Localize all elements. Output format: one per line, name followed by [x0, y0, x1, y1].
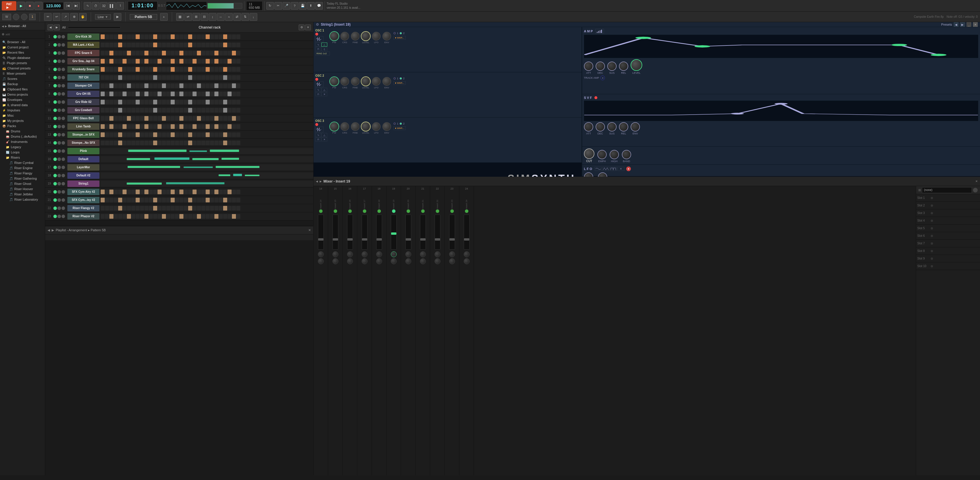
ch-solo-5[interactable] — [62, 76, 65, 79]
cell-10-0[interactable] — [100, 116, 105, 121]
osc3-lfo-knob[interactable] — [372, 122, 381, 131]
cell-8-4[interactable] — [118, 100, 122, 104]
cell-4-29[interactable] — [228, 67, 232, 72]
cell-0-28[interactable] — [223, 34, 227, 39]
cell-6-18[interactable] — [180, 83, 183, 88]
cell-19-18[interactable] — [180, 189, 183, 194]
cell-1-26[interactable] — [215, 43, 218, 47]
ch-solo-19[interactable] — [62, 190, 65, 194]
ch-green-3[interactable] — [53, 59, 57, 63]
cell-0-3[interactable] — [114, 34, 118, 39]
cell-10-8[interactable] — [135, 116, 140, 121]
osc2-wave-sq[interactable]: ⊓ — [315, 92, 321, 96]
cell-19-6[interactable] — [127, 189, 131, 194]
cell-2-10[interactable] — [145, 51, 148, 56]
play-button[interactable]: ▶ — [17, 2, 25, 10]
cell-6-29[interactable] — [228, 83, 232, 88]
cell-2-5[interactable] — [123, 51, 127, 56]
cell-13-2[interactable] — [110, 141, 113, 145]
cell-22-26[interactable] — [215, 214, 218, 219]
counter-icon[interactable]: 32 — [100, 2, 108, 10]
cell-10-31[interactable] — [236, 116, 240, 121]
cell-22-18[interactable] — [180, 214, 183, 219]
cell-21-21[interactable] — [192, 206, 197, 211]
cell-8-3[interactable] — [114, 100, 118, 104]
pattern-display[interactable]: Pattern 5B — [130, 14, 157, 20]
cell-2-1[interactable] — [105, 51, 109, 56]
ch-green-12[interactable] — [53, 133, 57, 137]
cell-9-16[interactable] — [171, 108, 175, 113]
mixer-pan-knob-19[interactable] — [391, 258, 397, 264]
cell-1-14[interactable] — [162, 43, 166, 47]
cell-9-1[interactable] — [105, 108, 109, 113]
cell-4-12[interactable] — [153, 67, 157, 72]
sidebar-item-11[interactable]: 📈Envelopes — [0, 97, 45, 102]
view10[interactable]: ↓ — [250, 13, 257, 21]
rack-filter-input[interactable] — [68, 27, 121, 28]
view8[interactable]: ⇄ — [233, 13, 241, 21]
cell-3-14[interactable] — [162, 59, 166, 64]
ch-mute-12[interactable] — [57, 133, 61, 137]
cell-22-16[interactable] — [171, 214, 175, 219]
cell-8-19[interactable] — [184, 100, 188, 104]
cell-3-8[interactable] — [135, 59, 140, 64]
cell-19-5[interactable] — [123, 189, 127, 194]
cell-21-18[interactable] — [180, 206, 183, 211]
cell-7-14[interactable] — [162, 92, 166, 96]
cell-7-26[interactable] — [215, 92, 218, 96]
sidebar-item-26[interactable]: 🎵Riser Gathering — [0, 176, 45, 181]
browser-nav-prev[interactable]: ◀ — [2, 25, 4, 28]
osc3-pw-knob[interactable] — [330, 122, 339, 131]
cell-13-18[interactable] — [180, 141, 183, 145]
ch-green-18[interactable] — [53, 182, 57, 186]
envelope-icon[interactable]: ⌇ — [116, 2, 124, 10]
ch-name-11[interactable]: Linn Tamb — [67, 123, 99, 130]
cell-0-17[interactable] — [175, 34, 179, 39]
mixer-fader-20[interactable] — [406, 238, 411, 241]
cell-21-11[interactable] — [149, 206, 153, 211]
osc3-wave-sin[interactable]: ∿ — [315, 133, 321, 137]
cell-5-11[interactable] — [149, 75, 153, 80]
cell-12-31[interactable] — [236, 132, 240, 137]
osc3-level-knob[interactable] — [361, 122, 370, 131]
cell-19-7[interactable] — [131, 189, 135, 194]
ch-green-2[interactable] — [53, 51, 57, 55]
osc2-wave-x[interactable]: ✕ — [321, 92, 327, 96]
cell-11-13[interactable] — [158, 124, 162, 129]
cell-8-28[interactable] — [223, 100, 227, 104]
cell-5-17[interactable] — [175, 75, 179, 80]
slot-led-1[interactable] — [931, 204, 933, 207]
cell-3-19[interactable] — [184, 59, 188, 64]
emph-knob[interactable] — [597, 150, 607, 159]
ch-mute-17[interactable] — [57, 174, 61, 177]
cell-1-27[interactable] — [219, 43, 223, 47]
cell-1-21[interactable] — [192, 43, 197, 47]
cell-3-3[interactable] — [114, 59, 118, 64]
cell-10-1[interactable] — [105, 116, 109, 121]
sidebar-item-25[interactable]: 🎵Riser Flangy — [0, 171, 45, 176]
cell-5-20[interactable] — [188, 75, 192, 80]
cell-1-12[interactable] — [153, 43, 157, 47]
cell-11-23[interactable] — [201, 124, 205, 129]
step-prev[interactable]: |◀ — [64, 2, 72, 10]
ch-green-10[interactable] — [53, 117, 57, 120]
cell-20-13[interactable] — [158, 198, 162, 202]
cell-4-13[interactable] — [158, 67, 162, 72]
cell-5-5[interactable] — [123, 75, 127, 80]
slots-none-select[interactable]: (none) — [922, 187, 972, 193]
cell-21-30[interactable] — [232, 206, 236, 211]
cell-6-27[interactable] — [219, 83, 223, 88]
playlist-close[interactable]: ✕ — [308, 228, 311, 232]
cell-6-15[interactable] — [166, 83, 170, 88]
osc1-led[interactable] — [315, 33, 318, 36]
cell-22-0[interactable] — [100, 214, 105, 219]
cell-4-23[interactable] — [201, 67, 205, 72]
cell-4-3[interactable] — [114, 67, 118, 72]
cell-13-6[interactable] — [127, 141, 131, 145]
cell-6-13[interactable] — [158, 83, 162, 88]
cell-10-12[interactable] — [153, 116, 157, 121]
cell-4-24[interactable] — [205, 67, 210, 72]
cell-11-21[interactable] — [192, 124, 197, 129]
cell-10-11[interactable] — [149, 116, 153, 121]
cell-12-5[interactable] — [123, 132, 127, 137]
